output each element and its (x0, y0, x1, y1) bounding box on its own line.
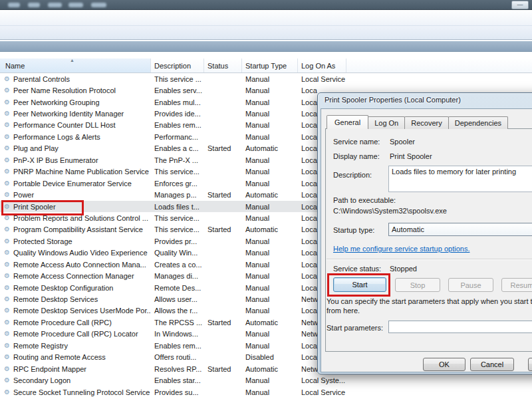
pause-button: Pause (448, 278, 493, 292)
service-name: Remote Access Connection Manager (13, 272, 134, 280)
service-gear-icon: ⚙ (4, 319, 10, 326)
tab-log-on[interactable]: Log On (368, 116, 405, 129)
service-startup-type: Manual (242, 237, 298, 245)
tab-general[interactable]: General (327, 115, 368, 129)
service-gear-icon: ⚙ (4, 87, 10, 94)
service-name: Protected Storage (13, 237, 72, 245)
service-description: Remote Des... (151, 284, 204, 292)
column-header-log-on-as[interactable]: Log On As (298, 59, 346, 72)
service-gear-icon: ⚙ (4, 261, 10, 268)
service-name: Remote Desktop Services (13, 295, 98, 303)
apply-button[interactable]: Apply (528, 358, 532, 371)
start-parameters-input[interactable] (388, 321, 532, 333)
service-startup-type: Manual (242, 284, 298, 292)
service-startup-type: Manual (242, 133, 298, 141)
service-startup-type: Manual (242, 110, 298, 118)
sort-ascending-icon: ▲ (70, 59, 74, 63)
service-name-value: Spooler (390, 138, 415, 146)
start-button-annotation-box (327, 273, 390, 297)
cancel-button[interactable]: Cancel (470, 358, 514, 371)
column-header-description[interactable]: Description (151, 59, 204, 72)
service-startup-type: Disabled (242, 353, 298, 361)
service-gear-icon: ⚙ (4, 249, 10, 256)
service-startup-type: Manual (242, 388, 298, 396)
service-name: PNRP Machine Name Publication Service (13, 168, 149, 176)
service-name: Remote Procedure Call (RPC) Locator (13, 330, 138, 338)
service-name: Parental Controls (13, 75, 70, 83)
service-name: Remote Desktop Services UserMode Por... (13, 307, 151, 315)
service-description: Loads files t... (151, 203, 204, 211)
service-gear-icon: ⚙ (4, 110, 10, 117)
column-header-name[interactable]: Name▲ (0, 59, 151, 72)
service-description: Enforces gr... (151, 180, 204, 188)
service-startup-type: Manual (242, 203, 298, 211)
service-gear-icon: ⚙ (4, 180, 10, 187)
service-gear-icon: ⚙ (4, 238, 10, 245)
description-field[interactable]: Loads files to memory for later printing (388, 166, 532, 192)
service-description: Enables mul... (151, 98, 204, 106)
service-logon-as: Local Service (298, 75, 532, 83)
service-startup-type: Manual (242, 272, 298, 280)
service-description: The PnP-X ... (151, 156, 204, 164)
service-name: PnP-X IP Bus Enumerator (13, 156, 98, 164)
service-name: Secondary Logon (13, 376, 70, 384)
service-name: Portable Device Enumerator Service (13, 180, 132, 188)
service-startup-type: Manual (242, 214, 298, 222)
service-gear-icon: ⚙ (4, 331, 10, 337)
service-description: Resolves RP... (151, 365, 204, 373)
service-logon-as: Local Service (298, 388, 532, 396)
service-gear-icon: ⚙ (4, 99, 10, 106)
service-name: Plug and Play (13, 144, 59, 152)
service-gear-icon: ⚙ (4, 192, 10, 198)
service-name: RPC Endpoint Mapper (13, 365, 86, 373)
service-name: Program Compatibility Assistant Service (13, 225, 143, 233)
service-status-value: Stopped (390, 265, 417, 273)
service-gear-icon: ⚙ (4, 354, 10, 360)
service-description: Creates a co... (151, 261, 204, 269)
print-spooler-properties-dialog: Print Spooler Properties (Local Computer… (317, 92, 532, 374)
service-description: Provides ide... (151, 110, 204, 118)
service-startup-type: Manual (242, 342, 298, 350)
service-description: Provides su... (151, 388, 204, 396)
tab-dependencies[interactable]: Dependencies (448, 116, 508, 129)
service-name-label: Service name: (333, 138, 380, 146)
service-status: Started (204, 191, 242, 199)
column-header-status[interactable]: Status (204, 59, 242, 72)
services-window: — Name▲DescriptionStatusStartup TypeLog … (0, 0, 532, 399)
service-startup-type: Manual (242, 249, 298, 257)
service-gear-icon: ⚙ (4, 226, 10, 233)
service-gear-icon: ⚙ (4, 157, 10, 164)
start-parameters-label: Start parameters: (327, 324, 383, 332)
startup-type-dropdown[interactable]: Automatic (388, 223, 532, 236)
table-row[interactable]: ⚙Parental ControlsThis service ...Manual… (0, 73, 532, 84)
service-name: Remote Access Auto Connection Mana... (13, 261, 146, 269)
service-description: Offers routi... (151, 353, 204, 361)
service-description: This service... (151, 225, 204, 233)
table-row[interactable]: ⚙Secondary LogonEnables star...ManualLoc… (0, 374, 532, 386)
tab-recovery[interactable]: Recovery (404, 116, 448, 129)
service-gear-icon: ⚙ (4, 389, 10, 396)
tab-bar: GeneralLog OnRecoveryDependencies (327, 115, 507, 129)
service-startup-type: Manual (242, 180, 298, 188)
table-row[interactable]: ⚙Secure Socket Tunneling Protocol Servic… (0, 386, 532, 398)
general-tab-panel (325, 128, 532, 352)
service-gear-icon: ⚙ (4, 168, 10, 175)
service-status: Started (204, 319, 242, 327)
service-gear-icon: ⚙ (4, 273, 10, 279)
stop-button: Stop (395, 278, 440, 292)
service-description: Enables a c... (151, 144, 204, 152)
banner-band (0, 41, 532, 52)
service-description: Enables serv... (151, 86, 204, 94)
column-header-startup-type[interactable]: Startup Type (242, 59, 298, 72)
column-header-filler[interactable] (346, 59, 532, 72)
service-startup-type: Manual (242, 86, 298, 94)
help-link[interactable]: Help me configure service startup option… (333, 245, 469, 253)
service-description: Enables star... (151, 376, 204, 384)
ok-button[interactable]: OK (423, 358, 466, 371)
description-label: Description: (333, 171, 372, 179)
service-name: Remote Procedure Call (RPC) (13, 319, 112, 327)
menu-item-blur (28, 3, 40, 7)
menu-item-blur (68, 3, 83, 7)
minimize-button[interactable]: — (511, 1, 529, 9)
service-logon-as: Local Syste... (298, 376, 532, 384)
